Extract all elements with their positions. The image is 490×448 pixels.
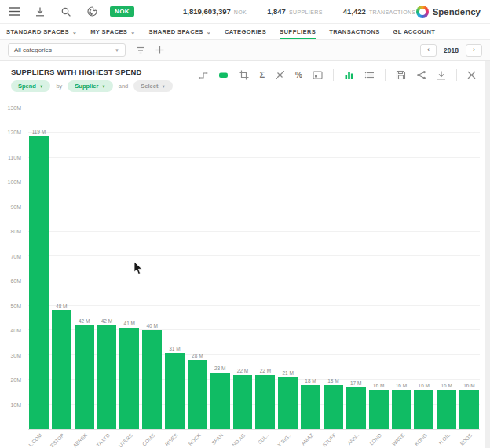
bar[interactable]: 16 M (392, 390, 411, 429)
bar-column: 48 MESTOP (52, 108, 71, 429)
bar[interactable]: 119 M (29, 136, 49, 429)
nav-shared-spaces[interactable]: SHARED SPACES ⌄ (149, 24, 212, 39)
palette-icon[interactable] (84, 4, 100, 20)
bar-value-label: 17 M (350, 380, 361, 386)
bar[interactable]: 22 M (233, 375, 253, 429)
y-tick-label: 30M (10, 353, 21, 358)
bar[interactable]: 18 M (301, 385, 320, 429)
percent-icon[interactable]: % (295, 72, 302, 79)
list-view-icon[interactable] (364, 70, 375, 80)
bar-column: 16 MH OIL (437, 108, 456, 429)
x-axis-label: KONG (413, 432, 427, 446)
nav-label: SUPPLIERS (280, 28, 316, 35)
bar-value-label: 16 M (396, 383, 407, 388)
y-tick-label: 120M (7, 130, 21, 135)
nav-categories[interactable]: CATEGORIES (225, 24, 266, 39)
bar[interactable]: 16 M (459, 390, 479, 429)
bar[interactable]: 28 M (188, 360, 207, 429)
bar[interactable]: 23 M (210, 373, 230, 429)
suppliers-count: 1,847 (267, 7, 286, 16)
add-filter-icon[interactable] (155, 46, 164, 54)
bar-column: 28 MROCK (188, 108, 207, 429)
bar-column: 16 MWARE (392, 108, 411, 429)
bar[interactable]: 42 M (75, 325, 94, 429)
bar-chart-icon[interactable] (344, 70, 354, 80)
x-axis-label: SPAN (210, 432, 224, 446)
nav-transactions[interactable]: TRANSACTIONS (329, 24, 379, 39)
bar[interactable]: 16 M (414, 390, 433, 429)
select-pill-label: Select (141, 83, 158, 90)
chart-card: SUPPLIERS WITH HIGHEST SPEND Spend ▼ by … (0, 61, 490, 448)
filter-icon[interactable] (136, 46, 145, 54)
download-icon[interactable] (437, 71, 446, 80)
crop-icon[interactable] (239, 70, 249, 80)
bar-value-label: 23 M (214, 365, 225, 371)
bar-column: 23 MSPAN (210, 108, 230, 429)
y-tick-label: 10M (10, 402, 21, 408)
chevron-down-icon: ▼ (101, 84, 105, 89)
y-tick-label: 60M (10, 278, 21, 284)
dimension-pill[interactable]: Supplier ▼ (68, 80, 112, 92)
bar[interactable]: 48 M (52, 310, 71, 429)
bar[interactable]: 17 M (346, 387, 366, 429)
x-axis-label: LOND (368, 432, 382, 446)
x-axis-label: AERSK (72, 432, 89, 448)
sigma-icon[interactable]: Σ (259, 71, 265, 79)
select-pill[interactable]: Select ▼ (133, 80, 173, 92)
y-tick-label: 50M (10, 303, 21, 309)
bar[interactable]: 40 M (142, 330, 162, 429)
bar[interactable]: 16 M (437, 390, 456, 429)
bar-value-label: 16 M (373, 383, 384, 388)
share-icon[interactable] (416, 70, 426, 80)
transactions-stat: 41,422 TRANSACTIONS (343, 7, 416, 16)
by-label: by (56, 83, 62, 90)
prev-year-button[interactable]: ‹ (420, 44, 437, 57)
bar[interactable]: 18 M (324, 385, 343, 429)
measure-pill[interactable]: Spend ▼ (11, 80, 50, 92)
categories-select[interactable]: All categories ▼ (8, 43, 126, 57)
filter-bar: All categories ▼ ‹ 2018 › (0, 40, 490, 61)
tag-icon[interactable] (218, 70, 229, 80)
exclude-x-icon[interactable] (275, 70, 285, 80)
nav-label: SHARED SPACES (149, 28, 203, 35)
bar[interactable]: 42 M (97, 325, 117, 429)
bar-column: 17 MANN.. (346, 108, 366, 429)
year-pager: ‹ 2018 › (420, 44, 482, 57)
x-axis-label: ANN.. (346, 432, 360, 446)
bar-value-label: 18 M (305, 378, 316, 384)
nav-my-spaces[interactable]: MY SPACES ⌄ (90, 24, 135, 39)
export-image-icon[interactable] (313, 70, 323, 80)
search-icon[interactable] (58, 4, 74, 20)
bar-column: 119 ML.COM (29, 108, 49, 429)
bar[interactable]: 41 M (119, 328, 139, 429)
y-tick-label: 90M (10, 204, 21, 210)
nav-gl-account[interactable]: GL ACCOUNT (393, 24, 436, 39)
bar[interactable]: 16 M (369, 390, 389, 429)
bar[interactable]: 21 M (278, 377, 298, 429)
bar-value-label: 16 M (419, 383, 430, 388)
main-nav: STANDARD SPACES ⌄ MY SPACES ⌄ SHARED SPA… (0, 24, 490, 40)
bar-value-label: 42 M (79, 318, 90, 324)
download-icon[interactable] (32, 4, 48, 20)
save-icon[interactable] (396, 70, 406, 80)
x-axis-label: Y BIG.. (276, 432, 292, 448)
scrollbar[interactable] (485, 61, 490, 448)
bar[interactable]: 31 M (165, 353, 185, 429)
bar-value-label: 31 M (169, 346, 180, 351)
close-icon[interactable] (467, 71, 476, 79)
nav-label: MY SPACES (90, 28, 127, 35)
nav-standard-spaces[interactable]: STANDARD SPACES ⌄ (6, 24, 77, 39)
year-value: 2018 (444, 46, 459, 54)
hamburger-icon[interactable] (6, 4, 22, 20)
x-axis-label: RISES (164, 432, 179, 447)
x-axis-label: H OIL (437, 432, 451, 446)
next-year-button[interactable]: › (466, 44, 482, 57)
bar-column: 42 MTA LTD (97, 108, 117, 429)
bar[interactable]: 22 M (255, 375, 275, 429)
toolbar-separator (456, 69, 457, 81)
currency-badge[interactable]: NOK (110, 6, 134, 17)
y-tick-label: 80M (10, 229, 21, 234)
nav-suppliers[interactable]: SUPPLIERS (280, 24, 316, 39)
chart-toolbar: Σ % (198, 69, 476, 81)
flow-icon[interactable] (198, 70, 208, 80)
